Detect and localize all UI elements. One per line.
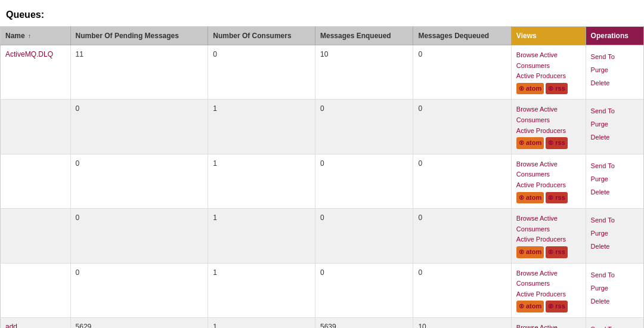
send-to-link[interactable]: Send To bbox=[591, 159, 639, 172]
cell-name bbox=[1, 263, 71, 317]
rss-label: rss bbox=[555, 248, 565, 255]
atom-icon: ⦿ bbox=[519, 86, 524, 92]
cell-dequeued: 0 bbox=[413, 154, 511, 208]
rss-icon: ⦿ bbox=[548, 140, 553, 146]
atom-feed-button[interactable]: ⦿ atom bbox=[516, 137, 544, 149]
atom-label: atom bbox=[526, 194, 541, 201]
atom-label: atom bbox=[526, 248, 541, 255]
purge-link[interactable]: Purge bbox=[591, 117, 639, 131]
cell-name: add_ bbox=[1, 317, 71, 328]
feed-icons: ⦿ atom ⦿ rss bbox=[516, 137, 581, 149]
cell-name bbox=[1, 154, 71, 208]
browse-active-link[interactable]: Browse Active bbox=[516, 50, 581, 61]
table-row: 0100 Browse Active Consumers Active Prod… bbox=[1, 263, 644, 317]
delete-link[interactable]: Delete bbox=[591, 185, 639, 199]
cell-operations: Send To Purge Delete bbox=[586, 263, 643, 317]
browse-active-link[interactable]: Browse Active bbox=[516, 268, 581, 279]
rss-label: rss bbox=[555, 139, 565, 146]
atom-feed-button[interactable]: ⦿ atom bbox=[516, 192, 544, 204]
send-to-link[interactable]: Send To bbox=[591, 50, 639, 63]
rss-feed-button[interactable]: ⦿ rss bbox=[546, 137, 568, 149]
table-row: 0100 Browse Active Consumers Active Prod… bbox=[1, 100, 644, 154]
purge-link[interactable]: Purge bbox=[591, 227, 639, 240]
atom-icon: ⦿ bbox=[519, 249, 524, 255]
cell-operations: Send To Purge Delete bbox=[586, 317, 643, 328]
cell-consumers: 0 bbox=[208, 45, 315, 100]
consumers-link[interactable]: Consumers bbox=[516, 61, 581, 72]
send-to-link[interactable]: Send To bbox=[591, 268, 639, 281]
cell-name bbox=[1, 100, 71, 154]
rss-feed-button[interactable]: ⦿ rss bbox=[546, 301, 568, 312]
purge-link[interactable]: Purge bbox=[591, 172, 639, 185]
page-title: Queues: bbox=[0, 6, 644, 26]
browse-active-link[interactable]: Browse Active bbox=[516, 323, 581, 328]
rss-label: rss bbox=[555, 85, 565, 92]
atom-label: atom bbox=[526, 302, 541, 310]
cell-name bbox=[1, 209, 71, 263]
table-row: 0100 Browse Active Consumers Active Prod… bbox=[1, 154, 644, 208]
th-operations: Operations bbox=[586, 27, 643, 45]
table-row: 0100 Browse Active Consumers Active Prod… bbox=[1, 209, 644, 263]
delete-link[interactable]: Delete bbox=[591, 131, 639, 144]
send-to-link[interactable]: Send To bbox=[591, 213, 639, 227]
send-to-link[interactable]: Send To bbox=[591, 323, 639, 328]
cell-enqueued: 0 bbox=[315, 100, 413, 154]
sort-arrow: ↑ bbox=[28, 33, 31, 39]
rss-feed-button[interactable]: ⦿ rss bbox=[546, 83, 568, 95]
table-body: ActiveMQ.DLQ110100 Browse Active Consume… bbox=[1, 45, 644, 329]
th-consumers: Number Of Consumers bbox=[208, 27, 315, 45]
cell-views: Browse Active Consumers Active Producers… bbox=[511, 100, 586, 154]
cell-dequeued: 0 bbox=[413, 45, 511, 100]
purge-link[interactable]: Purge bbox=[591, 63, 639, 76]
cell-enqueued: 5639 bbox=[315, 317, 413, 328]
purge-link[interactable]: Purge bbox=[591, 281, 639, 295]
cell-consumers: 1 bbox=[208, 263, 315, 317]
queue-name-link[interactable]: ActiveMQ.DLQ bbox=[5, 50, 53, 58]
delete-link[interactable]: Delete bbox=[591, 295, 639, 308]
queues-table: Name ↑ Number Of Pending Messages Number… bbox=[0, 26, 644, 328]
cell-operations: Send To Purge Delete bbox=[586, 154, 643, 208]
cell-consumers: 1 bbox=[208, 154, 315, 208]
consumers-link[interactable]: Consumers bbox=[516, 169, 581, 180]
atom-feed-button[interactable]: ⦿ atom bbox=[516, 301, 544, 312]
atom-feed-button[interactable]: ⦿ atom bbox=[516, 246, 544, 258]
rss-feed-button[interactable]: ⦿ rss bbox=[546, 192, 568, 204]
rss-icon: ⦿ bbox=[548, 86, 553, 92]
th-dequeued: Messages Dequeued bbox=[413, 27, 511, 45]
cell-views: Browse Active Consumers Active Producers… bbox=[511, 209, 586, 263]
queue-name-link[interactable]: add_ bbox=[5, 323, 21, 328]
cell-pending: 0 bbox=[70, 263, 208, 317]
browse-active-link[interactable]: Browse Active bbox=[516, 159, 581, 170]
th-name: Name ↑ bbox=[1, 27, 71, 45]
consumers-link[interactable]: Consumers bbox=[516, 279, 581, 289]
send-to-link[interactable]: Send To bbox=[591, 104, 639, 117]
cell-operations: Send To Purge Delete bbox=[586, 45, 643, 100]
delete-link[interactable]: Delete bbox=[591, 76, 639, 89]
rss-label: rss bbox=[555, 302, 565, 310]
atom-label: atom bbox=[526, 139, 541, 146]
browse-active-link[interactable]: Browse Active bbox=[516, 213, 581, 224]
rss-label: rss bbox=[555, 194, 565, 201]
atom-feed-button[interactable]: ⦿ atom bbox=[516, 83, 544, 95]
active-producers-link[interactable]: Active Producers bbox=[516, 289, 581, 300]
browse-active-link[interactable]: Browse Active bbox=[516, 104, 581, 115]
cell-operations: Send To Purge Delete bbox=[586, 209, 643, 263]
rss-icon: ⦿ bbox=[548, 249, 553, 255]
cell-views: Browse Active Consumers Active Producers… bbox=[511, 317, 586, 328]
feed-icons: ⦿ atom ⦿ rss bbox=[516, 83, 581, 95]
feed-icons: ⦿ atom ⦿ rss bbox=[516, 192, 581, 204]
cell-pending: 0 bbox=[70, 154, 208, 208]
cell-enqueued: 0 bbox=[315, 209, 413, 263]
active-producers-link[interactable]: Active Producers bbox=[516, 71, 581, 82]
consumers-link[interactable]: Consumers bbox=[516, 224, 581, 235]
atom-icon: ⦿ bbox=[519, 195, 524, 201]
consumers-link[interactable]: Consumers bbox=[516, 115, 581, 126]
cell-name: ActiveMQ.DLQ bbox=[1, 45, 71, 100]
rss-feed-button[interactable]: ⦿ rss bbox=[546, 246, 568, 258]
active-producers-link[interactable]: Active Producers bbox=[516, 180, 581, 191]
cell-enqueued: 0 bbox=[315, 154, 413, 208]
delete-link[interactable]: Delete bbox=[591, 240, 639, 253]
rss-icon: ⦿ bbox=[548, 195, 553, 201]
active-producers-link[interactable]: Active Producers bbox=[516, 234, 581, 245]
active-producers-link[interactable]: Active Producers bbox=[516, 126, 581, 137]
